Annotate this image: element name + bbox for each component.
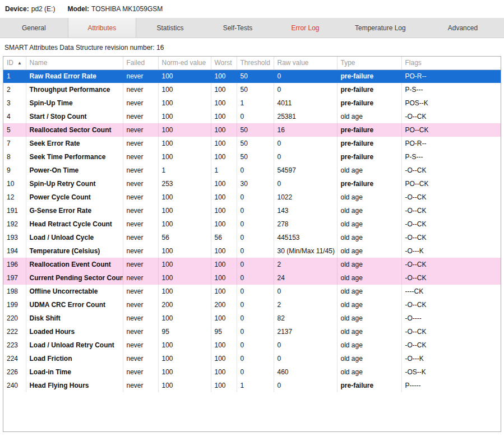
column-header-raw-value[interactable]: Raw value — [274, 57, 337, 69]
tab-self-tests[interactable]: Self-Tests — [204, 18, 272, 38]
device-value: pd2 (E:) — [31, 5, 56, 13]
table-row[interactable]: 226 Load-in Time never 100 100 0 460 old… — [3, 365, 501, 379]
sort-ascending-icon: ▲ — [17, 61, 22, 66]
cell-raw-value: 0 — [274, 83, 337, 96]
table-row[interactable]: 224 Load Friction never 100 100 0 0 old … — [3, 352, 501, 365]
cell-raw-value: 24 — [274, 271, 337, 285]
table-row[interactable]: 7 Seek Error Rate never 100 100 50 0 pre… — [3, 137, 501, 150]
cell-normed: 100 — [158, 69, 211, 83]
cell-failed: never — [123, 271, 158, 285]
cell-name: UDMA CRC Error Count — [26, 298, 123, 312]
table-row[interactable]: 193 Load / Unload Cycle never 56 56 0 44… — [3, 231, 501, 244]
cell-flags: -O--CK — [401, 217, 501, 231]
table-row[interactable]: 222 Loaded Hours never 95 95 0 2137 old … — [3, 325, 501, 338]
cell-normed: 100 — [158, 150, 211, 164]
cell-normed: 100 — [158, 244, 211, 258]
tab-attributes[interactable]: Attributes — [68, 18, 137, 38]
cell-worst: 100 — [211, 204, 237, 217]
smart-revision-note: SMART Attributes Data Structure revision… — [0, 38, 504, 56]
cell-name: Load / Unload Retry Count — [26, 338, 123, 352]
cell-normed: 253 — [158, 177, 211, 191]
table-row[interactable]: 10 Spin-Up Retry Count never 253 100 30 … — [3, 177, 501, 191]
cell-raw-value: 4011 — [274, 96, 337, 110]
column-header-normed[interactable]: Norm-ed value — [158, 57, 211, 69]
cell-failed: never — [123, 298, 158, 312]
cell-threshold: 0 — [237, 312, 274, 325]
tab-advanced[interactable]: Advanced — [422, 18, 504, 38]
table-row[interactable]: 240 Head Flying Hours never 100 100 1 0 … — [3, 379, 501, 392]
table-row[interactable]: 12 Power Cycle Count never 100 100 0 102… — [3, 191, 501, 204]
cell-type: old age — [337, 365, 401, 379]
table-row[interactable]: 3 Spin-Up Time never 100 100 1 4011 pre-… — [3, 96, 501, 110]
table-row[interactable]: 196 Reallocation Event Count never 100 1… — [3, 258, 501, 271]
cell-normed: 100 — [158, 137, 211, 150]
cell-raw-value: 16 — [274, 123, 337, 137]
cell-id: 240 — [3, 379, 26, 392]
cell-name: Loaded Hours — [26, 325, 123, 338]
cell-normed: 100 — [158, 110, 211, 123]
cell-name: Power Cycle Count — [26, 191, 123, 204]
table-row[interactable]: 198 Offline Uncorrectable never 100 100 … — [3, 285, 501, 298]
cell-id: 196 — [3, 258, 26, 271]
table-row[interactable]: 8 Seek Time Performance never 100 100 50… — [3, 150, 501, 164]
cell-name: Throughput Performance — [26, 83, 123, 96]
cell-flags: -O--CK — [401, 164, 501, 177]
table-row[interactable]: 2 Throughput Performance never 100 100 5… — [3, 83, 501, 96]
cell-name: Current Pending Sector Count — [26, 271, 123, 285]
cell-failed: never — [123, 285, 158, 298]
cell-type: old age — [337, 110, 401, 123]
cell-worst: 200 — [211, 298, 237, 312]
table-row[interactable]: 9 Power-On Time never 1 1 0 54597 old ag… — [3, 164, 501, 177]
table-row[interactable]: 194 Temperature (Celsius) never 100 100 … — [3, 244, 501, 258]
cell-raw-value: 278 — [274, 217, 337, 231]
cell-flags: -O--CK — [401, 298, 501, 312]
cell-normed: 95 — [158, 325, 211, 338]
table-row[interactable]: 5 Reallocated Sector Count never 100 100… — [3, 123, 501, 137]
cell-failed: never — [123, 217, 158, 231]
column-header-worst[interactable]: Worst — [211, 57, 237, 69]
tab-error-log[interactable]: Error Log — [271, 18, 339, 38]
table-row[interactable]: 192 Head Retract Cycle Count never 100 1… — [3, 217, 501, 231]
table-row[interactable]: 223 Load / Unload Retry Count never 100 … — [3, 338, 501, 352]
cell-id: 7 — [3, 137, 26, 150]
table-row[interactable]: 1 Raw Read Error Rate never 100 100 50 0… — [3, 69, 501, 83]
column-header-id[interactable]: ID▲ — [3, 57, 26, 69]
cell-raw-value: 2 — [274, 298, 337, 312]
cell-name: Start / Stop Count — [26, 110, 123, 123]
cell-threshold: 0 — [237, 244, 274, 258]
cell-name: G-Sense Error Rate — [26, 204, 123, 217]
tab-temperature-log[interactable]: Temperature Log — [339, 18, 422, 38]
cell-id: 3 — [3, 96, 26, 110]
cell-raw-value: 54597 — [274, 164, 337, 177]
cell-worst: 95 — [211, 325, 237, 338]
cell-name: Head Retract Cycle Count — [26, 217, 123, 231]
cell-worst: 100 — [211, 365, 237, 379]
cell-id: 12 — [3, 191, 26, 204]
table-row[interactable]: 199 UDMA CRC Error Count never 200 200 0… — [3, 298, 501, 312]
tab-general[interactable]: General — [0, 18, 68, 38]
table-row[interactable]: 191 G-Sense Error Rate never 100 100 0 1… — [3, 204, 501, 217]
cell-worst: 100 — [211, 191, 237, 204]
column-header-type[interactable]: Type — [337, 57, 401, 69]
table-row[interactable]: 197 Current Pending Sector Count never 1… — [3, 271, 501, 285]
device-label: Device: — [5, 5, 29, 13]
cell-threshold: 50 — [237, 123, 274, 137]
cell-normed: 100 — [158, 191, 211, 204]
cell-name: Spin-Up Retry Count — [26, 177, 123, 191]
column-header-name[interactable]: Name — [26, 57, 123, 69]
tab-statistics[interactable]: Statistics — [136, 18, 204, 38]
cell-threshold: 0 — [237, 365, 274, 379]
column-header-threshold[interactable]: Threshold — [237, 57, 274, 69]
cell-id: 220 — [3, 312, 26, 325]
column-header-failed[interactable]: Failed — [123, 57, 158, 69]
cell-id: 4 — [3, 110, 26, 123]
table-row[interactable]: 220 Disk Shift never 100 100 0 82 old ag… — [3, 312, 501, 325]
column-header-flags[interactable]: Flags — [401, 57, 501, 69]
table-row[interactable]: 4 Start / Stop Count never 100 100 0 253… — [3, 110, 501, 123]
cell-threshold: 0 — [237, 217, 274, 231]
cell-threshold: 0 — [237, 164, 274, 177]
cell-threshold: 50 — [237, 137, 274, 150]
cell-type: old age — [337, 258, 401, 271]
cell-worst: 56 — [211, 231, 237, 244]
cell-normed: 100 — [158, 285, 211, 298]
